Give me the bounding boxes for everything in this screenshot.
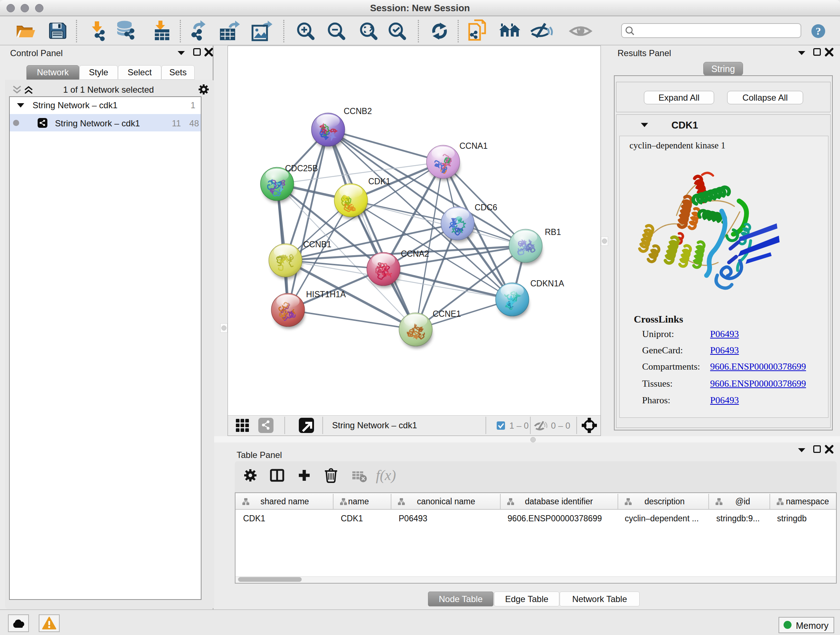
svg-text:HIST1H1A: HIST1H1A: [306, 290, 346, 299]
svg-text:CCNA2: CCNA2: [401, 249, 429, 258]
svg-text:CCNB2: CCNB2: [344, 106, 372, 116]
svg-text:CDK1: CDK1: [368, 177, 390, 186]
svg-text:canonical name: canonical name: [417, 497, 475, 506]
svg-text:CCNA1: CCNA1: [459, 141, 488, 150]
svg-text:name: name: [348, 497, 369, 506]
svg-text:0 – 0: 0 – 0: [551, 421, 570, 431]
svg-text:CDKN1A: CDKN1A: [531, 279, 564, 288]
svg-text:shared name: shared name: [261, 497, 309, 506]
svg-text:1 – 0: 1 – 0: [509, 421, 529, 431]
svg-text:CCNE1: CCNE1: [433, 309, 461, 318]
svg-text:String Network – cdk1: String Network – cdk1: [332, 420, 417, 430]
svg-text:database identifier: database identifier: [525, 497, 593, 506]
svg-text:description: description: [644, 497, 684, 506]
svg-text:CDC25B: CDC25B: [285, 164, 318, 173]
svg-text:@id: @id: [735, 497, 750, 506]
svg-text:namespace: namespace: [786, 497, 829, 506]
svg-text:CCNB1: CCNB1: [303, 240, 332, 249]
svg-text:CDC6: CDC6: [475, 203, 497, 212]
svg-text:f(x): f(x): [376, 467, 396, 483]
svg-text:RB1: RB1: [545, 227, 561, 237]
